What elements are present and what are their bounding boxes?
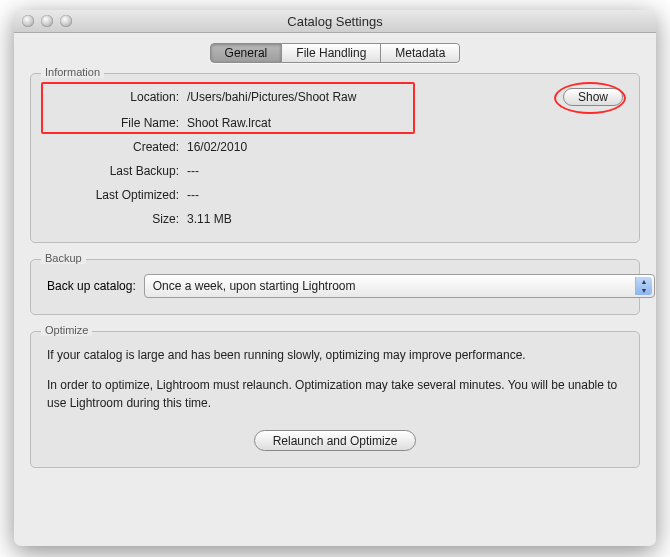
group-title-information: Information bbox=[41, 66, 104, 78]
window: Catalog Settings General File Handling M… bbox=[14, 10, 656, 546]
value-file-name: Shoot Raw.lrcat bbox=[187, 116, 563, 130]
group-information: Information Location: /Users/bahi/Pictur… bbox=[30, 73, 640, 243]
value-location: /Users/bahi/Pictures/Shoot Raw bbox=[187, 90, 563, 104]
window-title: Catalog Settings bbox=[14, 14, 656, 29]
group-backup: Backup Back up catalog: Once a week, upo… bbox=[30, 259, 640, 315]
label-location: Location: bbox=[47, 90, 187, 104]
chevron-up-icon: ▲ bbox=[636, 277, 652, 286]
label-backup-catalog: Back up catalog: bbox=[47, 279, 136, 293]
value-last-backup: --- bbox=[187, 164, 563, 178]
value-size: 3.11 MB bbox=[187, 212, 563, 226]
optimize-text-2: In order to optimize, Lightroom must rel… bbox=[47, 376, 623, 412]
label-last-backup: Last Backup: bbox=[47, 164, 187, 178]
chevron-down-icon: ▼ bbox=[636, 286, 652, 295]
value-created: 16/02/2010 bbox=[187, 140, 563, 154]
label-size: Size: bbox=[47, 212, 187, 226]
backup-schedule-select[interactable]: Once a week, upon starting Lightroom ▲ ▼ bbox=[144, 274, 655, 298]
tab-file-handling[interactable]: File Handling bbox=[282, 43, 381, 63]
group-title-backup: Backup bbox=[41, 252, 86, 264]
relaunch-optimize-button[interactable]: Relaunch and Optimize bbox=[254, 430, 417, 451]
select-stepper-icon[interactable]: ▲ ▼ bbox=[635, 277, 652, 295]
backup-schedule-value: Once a week, upon starting Lightroom bbox=[153, 279, 356, 293]
minimize-icon[interactable] bbox=[41, 15, 53, 27]
label-created: Created: bbox=[47, 140, 187, 154]
titlebar: Catalog Settings bbox=[14, 10, 656, 33]
label-last-optimized: Last Optimized: bbox=[47, 188, 187, 202]
label-file-name: File Name: bbox=[47, 116, 187, 130]
tab-metadata[interactable]: Metadata bbox=[381, 43, 460, 63]
group-title-optimize: Optimize bbox=[41, 324, 92, 336]
group-optimize: Optimize If your catalog is large and ha… bbox=[30, 331, 640, 468]
show-button[interactable]: Show bbox=[563, 88, 623, 106]
zoom-icon[interactable] bbox=[60, 15, 72, 27]
close-icon[interactable] bbox=[22, 15, 34, 27]
tab-bar: General File Handling Metadata bbox=[30, 43, 640, 63]
value-last-optimized: --- bbox=[187, 188, 563, 202]
optimize-text-1: If your catalog is large and has been ru… bbox=[47, 346, 623, 364]
tab-general[interactable]: General bbox=[210, 43, 283, 63]
